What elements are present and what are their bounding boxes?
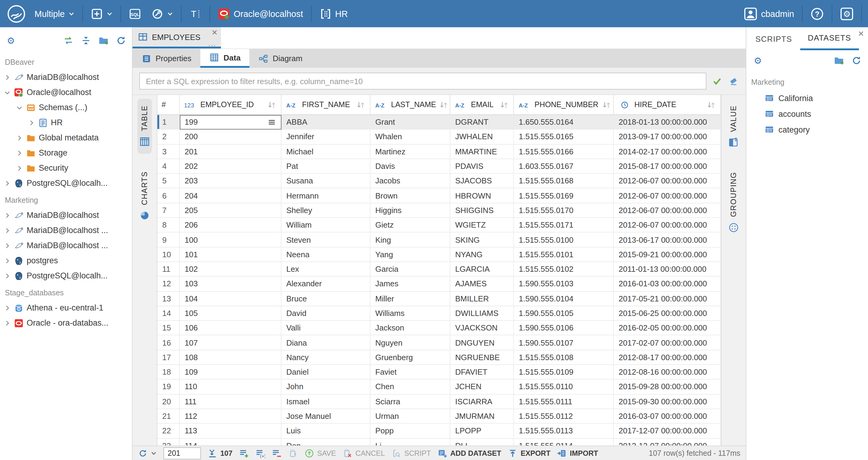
tree-item[interactable]: postgres — [0, 253, 132, 268]
grid-cell[interactable]: Alexander — [281, 277, 370, 292]
tab-more-menu[interactable]: ... — [208, 39, 216, 48]
grid-cell[interactable]: ISCIARRA — [451, 394, 514, 409]
grid-cell[interactable]: AJAMES — [451, 277, 514, 292]
driver-manager-button[interactable] — [149, 0, 176, 27]
new-folder-icon[interactable] — [834, 55, 844, 66]
grid-cell[interactable]: King — [370, 233, 451, 248]
grid-cell[interactable]: 1.515.555.0108 — [514, 350, 614, 365]
value-panel-button[interactable]: VALUE — [726, 99, 741, 154]
tree-item[interactable]: MariaDB@localhost — [0, 208, 132, 223]
grid-cell[interactable]: 105 — [180, 306, 281, 321]
grid-cell[interactable]: 107 — [180, 336, 281, 350]
text-size-button[interactable]: T — [187, 0, 204, 27]
grid-cell[interactable]: Davis — [370, 159, 451, 174]
column-header-first_name[interactable]: A-ZFIRST_NAME — [281, 95, 370, 115]
grid-cell[interactable]: 1.650.555.0164 — [514, 115, 614, 130]
tree-item[interactable]: Oracle@localhost — [0, 85, 132, 100]
help-button[interactable]: ? — [808, 0, 826, 27]
grid-cell[interactable]: NGRUENBE — [451, 350, 514, 365]
grid-cell[interactable]: 2012-06-07 00:00:00.000 — [614, 188, 721, 203]
grid-cell[interactable]: MMARTINE — [451, 144, 514, 159]
grid-cell[interactable]: 1.515.555.0165 — [514, 130, 614, 145]
dataset-item[interactable]: accounts — [746, 106, 868, 122]
grid-cell[interactable]: DNGUYEN — [451, 336, 514, 350]
grid-cell[interactable]: SKING — [451, 233, 514, 248]
tree-item[interactable]: PostgreSQL@localh... — [0, 268, 132, 283]
grid-cell[interactable]: 2015-09-21 00:00:00.000 — [614, 247, 721, 262]
user-menu[interactable]: cbadmin — [742, 0, 797, 27]
grid-cell[interactable]: Grant — [370, 115, 451, 130]
refresh-button[interactable] — [138, 448, 157, 458]
cancel-button[interactable]: CANCEL — [343, 448, 385, 458]
grid-cell[interactable]: 1.515.555.0113 — [514, 424, 614, 438]
grid-cell[interactable]: 1 — [157, 115, 180, 130]
dataset-item[interactable]: California — [746, 90, 868, 106]
grid-cell[interactable]: 5 — [157, 174, 180, 188]
grid-cell[interactable]: 113 — [180, 424, 281, 438]
grid-cell[interactable]: 2015-09-28 00:00:00.000 — [614, 380, 721, 395]
grid-cell[interactable]: 23 — [157, 438, 180, 446]
grid-cell[interactable]: LPOPP — [451, 424, 514, 438]
new-object-button[interactable] — [88, 0, 115, 27]
grid-cell[interactable]: 2015-06-25 00:00:00.000 — [614, 306, 721, 321]
grid-cell[interactable]: 16 — [157, 336, 180, 350]
grid-cell[interactable]: 1.515.555.0166 — [514, 144, 614, 159]
grid-cell[interactable]: Pat — [281, 159, 370, 174]
grid-cell[interactable]: 1.515.555.0111 — [514, 394, 614, 409]
dataset-item[interactable]: category — [746, 122, 868, 137]
grid-cell[interactable]: Jacobs — [370, 174, 451, 188]
grid-cell[interactable]: 114 — [180, 438, 281, 446]
grid-cell[interactable]: ABBA — [281, 115, 370, 130]
grid-cell[interactable]: Martinez — [370, 144, 451, 159]
grid-cell[interactable]: Gietz — [370, 218, 451, 233]
close-icon[interactable] — [211, 29, 218, 36]
column-header-last_name[interactable]: A-ZLAST_NAME — [370, 95, 451, 115]
grid-cell[interactable]: 106 — [180, 321, 281, 336]
export-button[interactable]: EXPORT — [508, 448, 551, 458]
grid-cell[interactable]: BMILLER — [451, 292, 514, 306]
presentation-charts-button[interactable]: CHARTS — [137, 164, 152, 227]
close-icon[interactable] — [858, 30, 864, 37]
column-header-rownum[interactable]: # — [157, 95, 180, 115]
grid-cell[interactable]: 10 — [157, 247, 180, 262]
grid-cell[interactable]: 1.590.555.0103 — [514, 277, 614, 292]
grid-cell[interactable]: 4 — [157, 159, 180, 174]
grid-cell[interactable]: 2015-09-30 00:00:00.000 — [614, 394, 721, 409]
grid-cell[interactable]: 1.515.555.0112 — [514, 409, 614, 424]
grid-cell[interactable]: 19 — [157, 380, 180, 395]
sync-connection-icon[interactable] — [63, 35, 74, 46]
tree-item[interactable]: Oracle - ora-databas... — [0, 315, 132, 331]
tree-item[interactable]: MariaDB@localhost ... — [0, 238, 132, 253]
grid-cell[interactable]: JCHEN — [451, 380, 514, 395]
grid-cell[interactable]: 1.515.555.0170 — [514, 203, 614, 218]
add-dataset-button[interactable]: ADD DATASET — [438, 448, 501, 458]
grid-cell[interactable]: Williams — [370, 306, 451, 321]
presentation-table-button[interactable]: TABLE — [137, 99, 152, 153]
grid-cell[interactable]: Urman — [370, 409, 451, 424]
grid-cell[interactable]: 109 — [180, 365, 281, 380]
grid-cell[interactable]: 203 — [180, 174, 281, 188]
grid-cell[interactable]: 1.515.555.0169 — [514, 188, 614, 203]
grid-cell[interactable]: 101 — [180, 247, 281, 262]
grid-cell[interactable]: 110 — [180, 380, 281, 395]
grid-cell[interactable]: 100 — [180, 233, 281, 248]
grid-cell[interactable]: Valli — [281, 321, 370, 336]
grid-cell[interactable]: 2015-08-17 00:00:00.000 — [614, 159, 721, 174]
grid-cell[interactable]: 1.515.555.0102 — [514, 262, 614, 277]
grid-cell[interactable]: 1.515.555.0110 — [514, 380, 614, 395]
grid-cell[interactable]: Li — [370, 438, 451, 446]
grid-cell[interactable]: 2017-12-07 00:00:00.000 — [614, 424, 721, 438]
column-header-email[interactable]: A-ZEMAIL — [451, 95, 514, 115]
column-header-employee_id[interactable]: 123EMPLOYEE_ID — [180, 95, 281, 115]
tree-item[interactable]: MariaDB@localhost ... — [0, 223, 132, 238]
filter-input[interactable] — [139, 73, 706, 90]
grid-cell[interactable]: 108 — [180, 350, 281, 365]
tree-item[interactable]: Storage — [0, 145, 132, 160]
grid-cell[interactable]: DWILLIAMS — [451, 306, 514, 321]
refresh-icon[interactable] — [116, 35, 126, 46]
grid-cell[interactable]: 11 — [157, 262, 180, 277]
tree-item[interactable]: MariaDB@localhost — [0, 70, 132, 85]
tab-scripts[interactable]: SCRIPTS — [748, 27, 800, 50]
collapse-all-icon[interactable] — [81, 35, 91, 46]
grid-cell[interactable]: Sciarra — [370, 394, 451, 409]
